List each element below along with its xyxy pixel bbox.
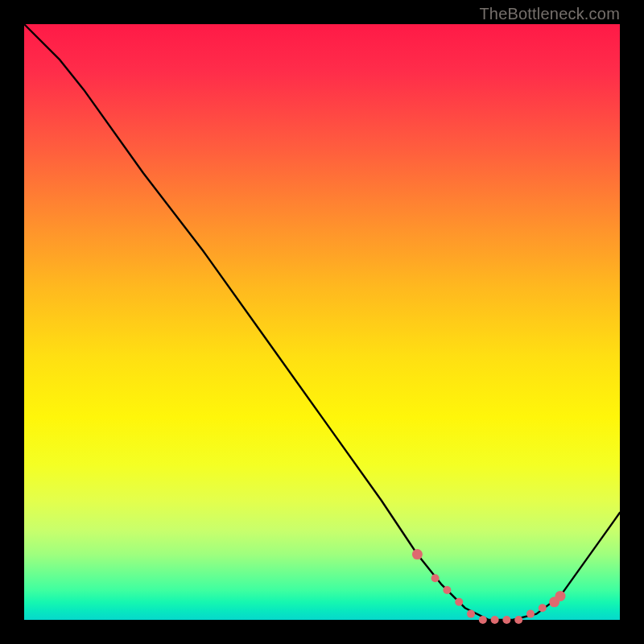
bottleneck-curve (24, 24, 620, 620)
marker-dot (455, 598, 463, 606)
plot-area (24, 24, 620, 620)
marker-dot (502, 616, 510, 624)
marker-dot (412, 549, 423, 559)
marker-dot (491, 616, 499, 624)
marker-dot (555, 591, 566, 601)
marker-dot (514, 616, 522, 624)
chart-frame: TheBottleneck.com (0, 0, 644, 644)
marker-dot (431, 574, 440, 582)
marker-dot (443, 586, 451, 594)
marker-dot (539, 604, 547, 612)
marker-dot (526, 610, 535, 618)
highlight-markers (412, 549, 566, 624)
attribution-text: TheBottleneck.com (479, 5, 620, 23)
marker-dot (479, 616, 487, 624)
curve-layer (24, 24, 620, 620)
marker-dot (467, 610, 475, 618)
